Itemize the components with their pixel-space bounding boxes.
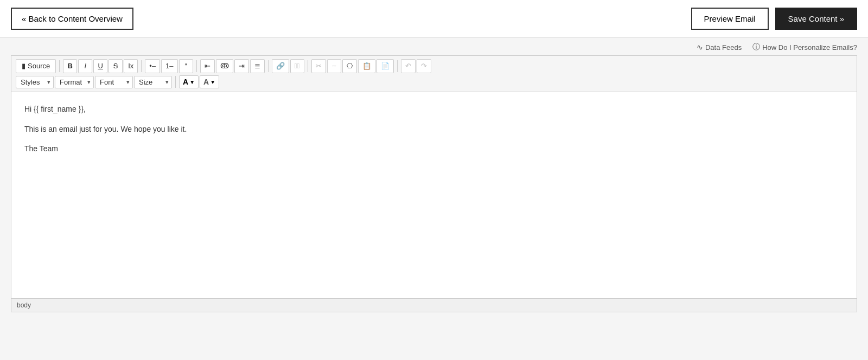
editor-content-area[interactable]: Hi {{ first_name }}, This is an email ju… <box>11 92 857 298</box>
font-select[interactable]: Font <box>95 76 133 88</box>
editor-wrapper: ▮ Source B I U S Ix •– 1– “ ⇤ ↂ ⇥ ≣ 🔗 🔗⃠… <box>11 55 857 312</box>
data-feeds-label: Data Feeds <box>705 43 742 52</box>
highlight-color-letter: A <box>203 78 209 86</box>
unlink-button[interactable]: 🔗⃠ <box>290 59 304 73</box>
top-bar: « Back to Content Overview Preview Email… <box>0 0 868 38</box>
data-feeds-icon: ∿ <box>697 43 703 52</box>
source-button[interactable]: ▮ Source <box>16 59 56 73</box>
save-content-button[interactable]: Save Content » <box>775 8 857 30</box>
cut-button[interactable]: ✂ <box>311 59 326 73</box>
content-line-2: This is an email just for you. We hope y… <box>24 123 844 135</box>
back-button[interactable]: « Back to Content Overview <box>11 8 133 30</box>
align-center-button[interactable]: ↂ <box>216 59 233 73</box>
separator-4 <box>268 60 269 72</box>
separator-7 <box>175 76 176 88</box>
personalize-label: How Do I Personalize Emails? <box>762 43 857 52</box>
editor-tag-label: body <box>17 301 31 309</box>
format-select-wrapper: Format <box>55 76 94 88</box>
ordered-list-button[interactable]: 1– <box>161 59 177 73</box>
font-color-button[interactable]: A ▼ <box>179 75 199 88</box>
top-bar-right: Preview Email Save Content » <box>691 8 857 30</box>
align-justify-button[interactable]: ≣ <box>250 59 265 73</box>
toolbar-row-2: Styles Format Font Size A <box>16 75 852 88</box>
editor-toolbar: ▮ Source B I U S Ix •– 1– “ ⇤ ↂ ⇥ ≣ 🔗 🔗⃠… <box>11 56 857 92</box>
undo-button[interactable]: ↶ <box>401 59 416 73</box>
paste-from-word-button[interactable]: 📄 <box>376 59 394 73</box>
toolbar-row-1: ▮ Source B I U S Ix •– 1– “ ⇤ ↂ ⇥ ≣ 🔗 🔗⃠… <box>16 59 852 73</box>
link-button[interactable]: 🔗 <box>272 59 289 73</box>
highlight-color-dropdown-icon: ▼ <box>210 79 215 85</box>
font-color-letter: A <box>183 78 188 86</box>
blockquote-button[interactable]: “ <box>179 59 193 73</box>
redo-button[interactable]: ↷ <box>417 59 431 73</box>
underline-button[interactable]: U <box>93 59 107 73</box>
personalize-emails-link[interactable]: ⓘ How Do I Personalize Emails? <box>752 42 857 52</box>
separator-3 <box>196 60 197 72</box>
strikethrough-button[interactable]: S <box>108 59 123 73</box>
styles-select[interactable]: Styles <box>16 76 54 88</box>
separator-1 <box>59 60 60 72</box>
align-right-button[interactable]: ⇥ <box>234 59 249 73</box>
bold-button[interactable]: B <box>63 59 77 73</box>
unordered-list-button[interactable]: •– <box>145 59 160 73</box>
separator-5 <box>308 60 308 72</box>
format-select[interactable]: Format <box>55 76 94 88</box>
help-icon: ⓘ <box>752 42 760 52</box>
italic-button[interactable]: I <box>78 59 92 73</box>
editor-footer: body <box>11 298 857 312</box>
remove-format-button[interactable]: Ix <box>124 59 138 73</box>
content-line-3: The Team <box>24 143 844 155</box>
styles-select-wrapper: Styles <box>16 76 54 88</box>
font-select-wrapper: Font <box>95 76 133 88</box>
separator-6 <box>397 60 398 72</box>
paste-button[interactable]: ⎔ <box>342 59 357 73</box>
font-color-dropdown-icon: ▼ <box>189 79 195 85</box>
preview-email-button[interactable]: Preview Email <box>691 8 769 30</box>
highlight-color-button[interactable]: A ▼ <box>200 75 219 88</box>
size-select[interactable]: Size <box>134 76 172 88</box>
size-select-wrapper: Size <box>134 76 172 88</box>
paste-text-button[interactable]: 📋 <box>358 59 375 73</box>
data-feeds-link[interactable]: ∿ Data Feeds <box>697 43 742 52</box>
copy-button[interactable]: ⎓ <box>327 59 341 73</box>
align-left-button[interactable]: ⇤ <box>200 59 215 73</box>
helper-links-bar: ∿ Data Feeds ⓘ How Do I Personalize Emai… <box>0 38 868 55</box>
source-icon: ▮ <box>22 61 25 71</box>
separator-2 <box>141 60 142 72</box>
content-line-1: Hi {{ first_name }}, <box>24 103 844 115</box>
